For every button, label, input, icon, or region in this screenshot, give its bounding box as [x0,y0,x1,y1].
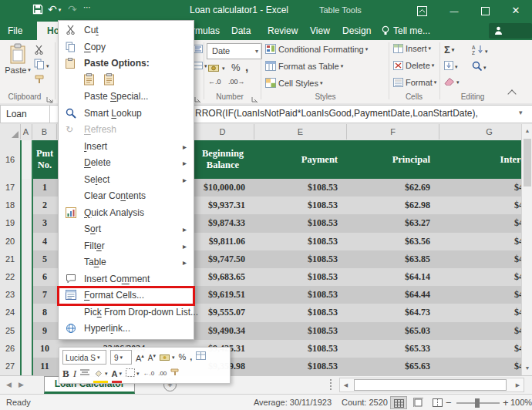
redo-button[interactable]: ↷ [68,3,77,15]
close-button[interactable] [503,0,529,22]
number-format-select[interactable]: Date [207,43,262,59]
cell-payment[interactable]: $108.53 [254,268,347,286]
increase-decimal-button[interactable]: ←.0 [208,78,221,86]
cell-interest[interactable]: $42.90 [439,358,532,375]
zoom-slider-thumb[interactable] [475,398,480,408]
fill-color-button[interactable] [93,365,108,382]
cell-pmt-no[interactable]: 6 [32,268,57,286]
cell-payment[interactable]: $108.53 [254,233,347,250]
cell-principal[interactable]: $65.63 [347,358,439,375]
cell-interest[interactable]: $43.80 [439,304,532,321]
align-center-button[interactable] [80,365,89,381]
paste-formatting-icon[interactable] [84,73,98,87]
menu-item-format-cells[interactable]: Format Cells... [59,287,194,304]
cell-pmt-no[interactable]: 9 [32,322,57,340]
grow-font-button[interactable]: A▴ [136,348,144,367]
menu-item-hyperlink[interactable]: Hyperlink... [59,321,194,338]
menu-item-select[interactable]: Select [59,172,194,189]
row-header-25[interactable]: 25 [0,322,21,341]
merge-center-button[interactable] [194,62,207,71]
cell-principal[interactable]: $65.03 [347,322,439,340]
cell-payment[interactable]: $108.53 [254,197,347,214]
zoom-in-button[interactable]: + [503,397,509,408]
format-dropdown-icon[interactable] [433,78,437,87]
cell-interest[interactable]: $44.68 [439,250,532,268]
cell-interest[interactable]: $45.55 [439,197,532,214]
cell-payment[interactable]: $108.53 [254,286,347,304]
ribbon-display-options-button[interactable] [409,0,435,22]
sort-filter-button[interactable]: AZ [472,45,488,56]
scroll-up-icon[interactable]: ▲ [522,125,532,136]
wrap-text-button[interactable] [194,45,203,55]
size-dropdown-icon[interactable] [119,354,123,362]
cell-pmt-no[interactable]: 11 [32,358,57,375]
customize-qat-button[interactable]: ⋯ [83,3,91,12]
header-interest[interactable]: Interest [439,140,532,179]
column-header-d[interactable]: D [191,124,254,139]
cell-pmt-no[interactable]: 3 [32,214,57,232]
page-break-view-button[interactable] [429,396,446,409]
vertical-scrollbar[interactable]: ▲ ▼ [521,124,532,375]
scroll-down-icon[interactable]: ▼ [522,362,532,374]
cell-principal[interactable]: $65.33 [347,340,439,358]
paste-values-icon[interactable] [104,73,118,87]
cell-beginning-balance[interactable]: $9,555.07 [191,304,254,321]
menu-item-quick-analysis[interactable]: Quick Analysis [59,205,194,222]
menu-item-cut[interactable]: Cut [59,22,194,39]
zoom-out-button[interactable]: − [446,397,452,408]
cell-payment[interactable]: $108.53 [254,214,347,232]
italic-button[interactable]: I [73,365,76,381]
header-principal[interactable]: Principal [347,140,439,179]
cell-interest[interactable]: $43.50 [439,322,532,340]
delete-cells-button[interactable]: Delete [393,61,434,72]
header-payment[interactable]: Payment [254,140,347,179]
cell-pmt-no[interactable]: 7 [32,286,57,304]
cell-pmt-no[interactable]: 1 [32,179,57,197]
column-header-f[interactable]: F [347,124,439,139]
cell-principal[interactable]: $62.69 [347,179,439,197]
row-header-24[interactable]: 24 [0,304,21,322]
sheet-nav-left-icon[interactable]: ◀ [6,381,12,388]
menu-item-table[interactable]: Table [59,254,194,271]
paste-button[interactable]: Paste [5,43,31,94]
horizontal-scroll-thumb[interactable] [354,379,507,391]
cell-beginning-balance[interactable]: $9,937.31 [191,197,254,214]
menu-item-pick-from-drop-down-list[interactable]: Pick From Drop-down List... [59,304,194,321]
comma-mini-button[interactable]: , [190,349,192,365]
fill-button[interactable] [444,61,458,72]
cell-pmt-no[interactable]: 8 [32,304,57,321]
cut-button[interactable] [34,45,44,56]
cell-beginning-balance[interactable]: $9,874.33 [191,214,254,232]
cell-styles-dropdown-icon[interactable] [318,79,323,88]
menu-item-copy[interactable]: Copy [59,39,194,56]
row-header-26[interactable]: 26 [0,340,21,358]
cell-payment[interactable]: $108.53 [254,179,347,197]
menu-item-insert[interactable]: Insert [59,139,194,156]
share-button[interactable]: Share [489,23,532,39]
font-color-button[interactable]: A [112,365,122,382]
menu-item-clear-contents[interactable]: Clear Contents [59,188,194,205]
cell-pmt-no[interactable]: 4 [32,233,57,250]
horizontal-scrollbar[interactable]: ◀ ▶ [339,378,524,392]
cell-interest[interactable]: $43.20 [439,340,532,358]
menu-item-sort[interactable]: Sort [59,221,194,238]
tab-review[interactable]: Review [268,22,298,40]
format-painter-button[interactable] [34,74,45,86]
page-layout-view-button[interactable] [409,396,426,409]
scroll-left-icon[interactable]: ◀ [340,378,352,392]
copy-dropdown-icon[interactable] [45,62,49,71]
format-as-table-dropdown-icon[interactable] [339,62,344,71]
select-all-button[interactable] [0,124,21,139]
header-pmt-no[interactable]: Pmt No. [32,140,57,179]
row-header-18[interactable]: 18 [0,197,21,215]
font-dropdown-icon[interactable] [96,354,100,362]
menu-item-delete[interactable]: Delete [59,155,194,172]
cell-beginning-balance[interactable]: $9,619.51 [191,286,254,304]
decrease-decimal-mini-button[interactable]: .00 [158,365,167,381]
cell-beginning-balance[interactable]: $9,811.06 [191,233,254,250]
font-name-select[interactable]: Lucida S [62,350,106,365]
clipboard-dialog-launcher[interactable] [46,92,54,100]
percent-mini-button[interactable]: % [179,349,187,365]
tab-file[interactable]: File [8,22,22,40]
menu-item-paste-options[interactable]: Paste Options: [59,55,194,72]
